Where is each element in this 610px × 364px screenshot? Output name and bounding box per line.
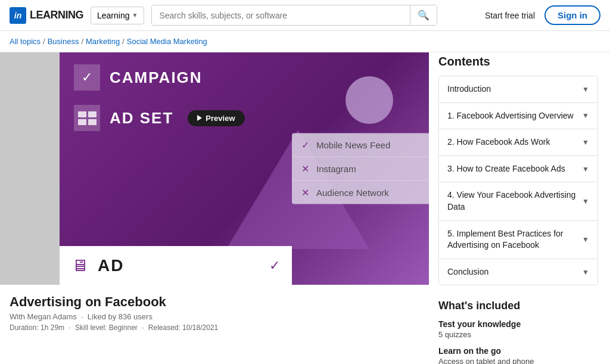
dropdown-label: Learning [97, 11, 130, 20]
grid-cell [88, 111, 97, 117]
contents-list: Introduction ▼ 1. Facebook Advertising O… [438, 76, 598, 285]
course-title: Advertising on Facebook [10, 294, 419, 310]
chevron-down-icon: ▼ [582, 235, 589, 244]
chevron-down-icon: ▼ [582, 268, 589, 276]
contents-item-label: 1. Facebook Advertising Overview [447, 110, 577, 122]
placement-item-audience-network: ✕ Audience Network [292, 181, 429, 204]
search-input[interactable] [152, 7, 410, 24]
search-bar: 🔍 [151, 5, 437, 26]
x-icon: ✕ [301, 163, 309, 175]
ad-bottom-row: 🖥 AD ✓ [60, 246, 292, 285]
included-item-title: Learn on the go [438, 346, 598, 356]
breadcrumb-item-business[interactable]: Business [48, 37, 79, 46]
whats-included-title: What's included [438, 300, 598, 312]
course-subtitle: With Megan Adams · Liked by 836 users [10, 312, 419, 321]
play-icon [197, 115, 202, 121]
start-free-trial-button[interactable]: Start free trial [485, 11, 535, 20]
contents-item-label: 2. How Facebook Ads Work [447, 136, 577, 148]
breadcrumb-separator: / [43, 37, 45, 46]
included-item-desc: 5 quizzes [438, 330, 598, 339]
placement-name: Instagram [316, 164, 356, 174]
chevron-down-icon: ▼ [582, 111, 589, 120]
contents-item-fb-overview[interactable]: 1. Facebook Advertising Overview ▼ [439, 103, 597, 130]
course-meta: Duration: 1h 29m · Skill level: Beginner… [10, 323, 419, 332]
left-panel: ✓ CAMPAIGN AD SET [0, 52, 429, 364]
course-released: Released: 10/18/2021 [148, 323, 218, 332]
campaign-icon: ✓ [74, 64, 100, 91]
right-panel: Contents Introduction ▼ 1. Facebook Adve… [429, 52, 608, 364]
contents-item-how-ads-work[interactable]: 2. How Facebook Ads Work ▼ [439, 129, 597, 156]
site-name: LEARNING [30, 9, 83, 21]
dot-separator: · [69, 323, 73, 332]
check-icon: ✓ [82, 70, 92, 85]
included-item-title: Test your knowledge [438, 319, 598, 329]
linkedin-logo: in [10, 7, 26, 24]
grid-icon [75, 108, 99, 128]
dot-separator: · [142, 323, 146, 332]
left-gray-panel [0, 52, 60, 285]
course-thumbnail: ✓ CAMPAIGN AD SET [0, 52, 429, 285]
chevron-down-icon: ▼ [132, 12, 138, 18]
placement-item-instagram: ✕ Instagram [292, 157, 429, 181]
adset-row: AD SET Preview [74, 105, 415, 131]
grid-cell [78, 111, 86, 117]
breadcrumb-item-all-topics[interactable]: All topics [10, 37, 41, 46]
ad-label: AD [98, 256, 124, 275]
ad-checkmark: ✓ [269, 258, 280, 273]
course-likes: Liked by 836 users [88, 312, 152, 321]
breadcrumb: All topics / Business / Marketing / Soci… [0, 31, 610, 52]
chevron-down-icon: ▼ [582, 165, 589, 173]
logo-area: in LEARNING [10, 7, 83, 24]
contents-item-label: 5. Implement Best Practices for Advertis… [447, 228, 577, 251]
contents-item-label: 4. View Your Facebook Advertising Data [447, 189, 577, 213]
contents-item-label: 3. How to Create Facebook Ads [447, 163, 577, 175]
breadcrumb-separator: / [122, 37, 125, 46]
monitor-icon: 🖥 [71, 256, 88, 275]
preview-label: Preview [206, 114, 235, 123]
learning-dropdown[interactable]: Learning ▼ [91, 7, 144, 24]
contents-item-introduction[interactable]: Introduction ▼ [439, 76, 597, 103]
included-item-mobile: Learn on the go Access on tablet and pho… [438, 346, 598, 364]
preview-button[interactable]: Preview [188, 110, 244, 126]
course-skill-level: Skill level: Beginner [75, 323, 138, 332]
adset-label: AD SET [110, 109, 173, 127]
adset-icon [74, 105, 100, 131]
main-layout: ✓ CAMPAIGN AD SET [0, 52, 610, 364]
campaign-label: CAMPAIGN [110, 69, 203, 87]
breadcrumb-item-marketing[interactable]: Marketing [86, 37, 120, 46]
grid-cell [78, 119, 86, 125]
contents-item-conclusion[interactable]: Conclusion ▼ [439, 259, 597, 285]
contents-item-view-data[interactable]: 4. View Your Facebook Advertising Data ▼ [439, 182, 597, 220]
contents-item-create-ads[interactable]: 3. How to Create Facebook Ads ▼ [439, 156, 597, 183]
breadcrumb-separator: / [81, 37, 83, 46]
search-button[interactable]: 🔍 [410, 5, 437, 25]
chevron-down-icon: ▼ [582, 138, 589, 147]
contents-item-label: Conclusion [447, 266, 577, 278]
header: in LEARNING Learning ▼ 🔍 Start free tria… [0, 0, 610, 31]
included-item-quizzes: Test your knowledge 5 quizzes [438, 319, 598, 339]
contents-item-label: Introduction [447, 83, 577, 95]
check-icon: ✓ [301, 139, 309, 151]
contents-item-best-practices[interactable]: 5. Implement Best Practices for Advertis… [439, 221, 597, 259]
breadcrumb-item-social-media-marketing[interactable]: Social Media Marketing [127, 37, 207, 46]
search-icon: 🔍 [418, 10, 430, 20]
grid-cell [88, 119, 97, 125]
included-item-desc: Access on tablet and phone [438, 357, 598, 364]
placement-name: Audience Network [316, 188, 389, 198]
course-info: Advertising on Facebook With Megan Adams… [0, 285, 429, 332]
header-actions: Start free trial Sign in [485, 5, 600, 25]
placement-item-mobile-news-feed: ✓ Mobile News Feed [292, 133, 429, 157]
campaign-row: ✓ CAMPAIGN [74, 64, 415, 91]
placement-list: ✓ Mobile News Feed ✕ Instagram ✕ Audienc… [292, 133, 429, 204]
course-author: With Megan Adams [10, 312, 77, 321]
x-icon: ✕ [301, 187, 309, 198]
chevron-down-icon: ▼ [582, 85, 589, 94]
chevron-down-icon: ▼ [582, 197, 589, 206]
contents-title: Contents [438, 55, 598, 69]
placement-name: Mobile News Feed [316, 140, 390, 150]
sign-in-button[interactable]: Sign in [544, 5, 600, 25]
course-duration: Duration: 1h 29m [10, 323, 64, 332]
